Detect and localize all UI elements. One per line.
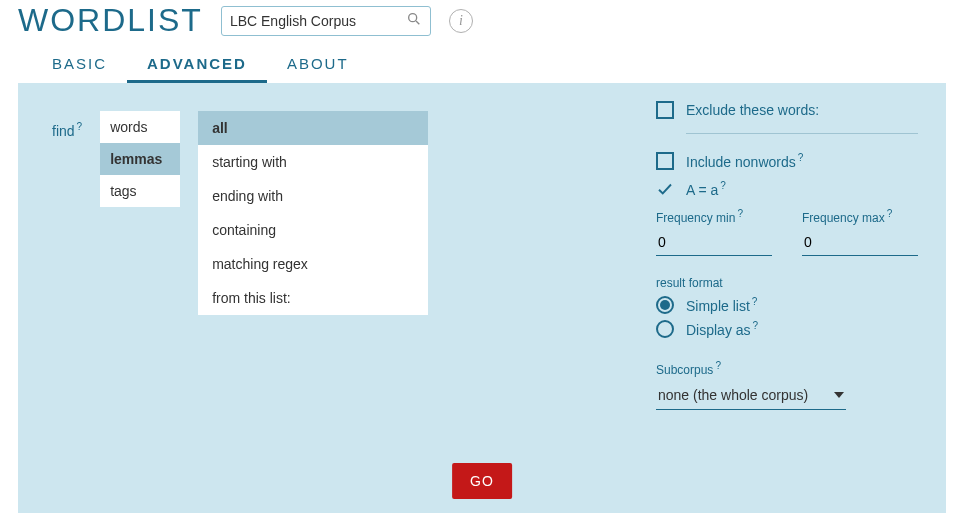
- filter-list: all starting with ending with containing…: [198, 111, 428, 315]
- svg-point-0: [409, 13, 417, 21]
- corpus-selector[interactable]: [221, 6, 431, 36]
- nonwords-label: Include nonwords?: [686, 152, 803, 170]
- subcorpus-value: none (the whole corpus): [658, 387, 808, 403]
- unit-tags[interactable]: tags: [100, 175, 180, 207]
- filter-all[interactable]: all: [198, 111, 428, 145]
- freq-max-input[interactable]: [802, 229, 918, 256]
- chevron-down-icon: [834, 392, 844, 398]
- unit-lemmas[interactable]: lemmas: [100, 143, 180, 175]
- unit-list: words lemmas tags: [100, 111, 180, 207]
- unit-words[interactable]: words: [100, 111, 180, 143]
- freq-min-label: Frequency min?: [656, 208, 772, 225]
- exclude-checkbox[interactable]: [656, 101, 674, 119]
- help-icon[interactable]: ?: [798, 152, 804, 163]
- subcorpus-select[interactable]: none (the whole corpus): [656, 381, 846, 410]
- options-panel: Exclude these words: Include nonwords? A…: [656, 101, 918, 410]
- help-icon[interactable]: ?: [753, 320, 759, 331]
- simple-list-label: Simple list?: [686, 296, 757, 314]
- filter-regex[interactable]: matching regex: [198, 247, 428, 281]
- result-format-label: result format: [656, 276, 918, 290]
- case-label: A = a?: [686, 180, 726, 198]
- case-checkbox[interactable]: [656, 180, 674, 198]
- find-label: find?: [52, 111, 82, 139]
- page-title: WORDLIST: [18, 2, 203, 39]
- help-icon[interactable]: ?: [715, 360, 721, 371]
- search-icon[interactable]: [406, 11, 422, 31]
- nonwords-checkbox[interactable]: [656, 152, 674, 170]
- freq-max-label: Frequency max?: [802, 208, 918, 225]
- corpus-input[interactable]: [230, 13, 406, 29]
- tab-advanced[interactable]: ADVANCED: [127, 47, 267, 83]
- exclude-label: Exclude these words:: [686, 102, 819, 118]
- main-panel: find? words lemmas tags all starting wit…: [18, 83, 946, 513]
- tab-about[interactable]: ABOUT: [267, 47, 369, 83]
- tab-bar: BASIC ADVANCED ABOUT: [0, 39, 964, 83]
- help-icon[interactable]: ?: [737, 208, 743, 219]
- filter-ending[interactable]: ending with: [198, 179, 428, 213]
- freq-min-input[interactable]: [656, 229, 772, 256]
- display-as-radio[interactable]: [656, 320, 674, 338]
- display-as-label: Display as?: [686, 320, 758, 338]
- filter-starting[interactable]: starting with: [198, 145, 428, 179]
- go-button[interactable]: GO: [452, 463, 512, 499]
- tab-basic[interactable]: BASIC: [32, 47, 127, 83]
- filter-fromlist[interactable]: from this list:: [198, 281, 428, 315]
- subcorpus-label: Subcorpus?: [656, 360, 918, 377]
- help-icon[interactable]: ?: [887, 208, 893, 219]
- divider: [686, 133, 918, 134]
- info-icon[interactable]: i: [449, 9, 473, 33]
- simple-list-radio[interactable]: [656, 296, 674, 314]
- svg-line-1: [416, 21, 419, 24]
- help-icon[interactable]: ?: [77, 121, 83, 132]
- help-icon[interactable]: ?: [720, 180, 726, 191]
- help-icon[interactable]: ?: [752, 296, 758, 307]
- filter-containing[interactable]: containing: [198, 213, 428, 247]
